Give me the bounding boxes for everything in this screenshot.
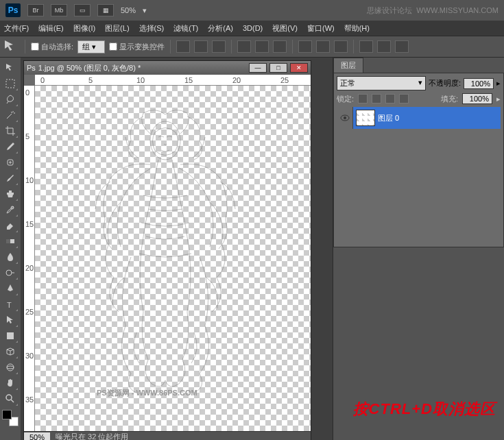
panels-area: 图层 正常▾ 不透明度: 100% ▸ 锁定: 填充: 100% ▸ <box>333 58 504 440</box>
history-brush-tool[interactable] <box>2 202 19 217</box>
lock-pixels-icon[interactable] <box>372 94 381 103</box>
healing-brush-tool[interactable] <box>2 155 19 170</box>
zoom-dropdown-icon[interactable]: ▾ <box>143 6 147 15</box>
menu-select[interactable]: 选择(S) <box>139 23 165 34</box>
hand-tool[interactable] <box>2 376 19 391</box>
svg-rect-0 <box>6 80 14 88</box>
document-window: Ps 1.jpg @ 50% (图层 0, 灰色/8) * — □ ✕ 0 5 … <box>23 60 311 440</box>
watermark-text: 思缘设计论坛 WWW.MISSYUAN.COM <box>367 5 499 16</box>
menu-file[interactable]: 文件(F) <box>4 23 29 34</box>
canvas[interactable]: PS资源网 - WWW.86PS.COM <box>35 86 311 431</box>
vertical-ruler[interactable]: 0 5 10 15 20 25 30 35 <box>24 86 35 431</box>
status-zoom[interactable]: 50% <box>24 432 50 441</box>
distribute-icon[interactable] <box>395 40 409 53</box>
eraser-tool[interactable] <box>2 218 19 233</box>
magic-wand-tool[interactable] <box>2 108 19 123</box>
svg-point-5 <box>6 270 12 276</box>
opacity-arrow-icon[interactable]: ▸ <box>496 79 501 88</box>
dodge-tool[interactable] <box>2 265 19 280</box>
auto-select-checkbox[interactable]: 自动选择: <box>31 42 73 52</box>
menu-view[interactable]: 视图(V) <box>272 23 298 34</box>
shape-tool[interactable] <box>2 328 19 343</box>
align-icon[interactable] <box>237 40 251 53</box>
bridge-button[interactable]: Br <box>27 4 44 16</box>
marquee-tool[interactable] <box>2 76 19 91</box>
menu-layer[interactable]: 图层(L) <box>105 23 129 34</box>
type-tool[interactable]: T <box>2 297 19 312</box>
auto-select-dropdown[interactable]: 组 ▾ <box>77 40 105 53</box>
status-bar: 50% 曝光只在 32 位起作用 <box>24 431 311 440</box>
crop-tool[interactable] <box>2 123 19 138</box>
app-titlebar: Ps Br Mb ▭ ▦ 50% ▾ 思缘设计论坛 WWW.MISSYUAN.C… <box>0 0 504 21</box>
layers-panel: 正常▾ 不透明度: 100% ▸ 锁定: 填充: 100% ▸ <box>333 73 504 247</box>
align-icon[interactable] <box>255 40 269 53</box>
layer-thumbnail[interactable] <box>356 110 375 126</box>
menu-3d[interactable]: 3D(D) <box>243 24 263 32</box>
layers-panel-tab[interactable]: 图层 <box>333 58 504 73</box>
gradient-tool[interactable] <box>2 234 19 249</box>
visibility-toggle[interactable] <box>337 107 353 129</box>
horizontal-ruler[interactable]: 0 5 10 15 20 25 <box>35 75 311 86</box>
distribute-icon[interactable] <box>359 40 373 53</box>
fill-input[interactable]: 100% <box>462 93 492 104</box>
brush-tool[interactable] <box>2 171 19 186</box>
zoom-level[interactable]: 50% <box>121 6 136 14</box>
zoom-tool[interactable] <box>2 391 19 406</box>
align-icon[interactable] <box>273 40 287 53</box>
lock-position-icon[interactable] <box>385 94 395 103</box>
canvas-area: Ps 1.jpg @ 50% (图层 0, 灰色/8) * — □ ✕ 0 5 … <box>21 58 333 440</box>
svg-point-11 <box>150 121 180 160</box>
lock-transparent-icon[interactable] <box>358 94 368 103</box>
fill-arrow-icon[interactable]: ▸ <box>496 95 501 103</box>
move-tool[interactable] <box>2 60 19 75</box>
svg-point-13 <box>344 117 346 119</box>
svg-point-9 <box>7 366 14 369</box>
extras-button[interactable]: ▦ <box>97 4 114 16</box>
layer-row[interactable]: 图层 0 <box>337 107 501 129</box>
screen-mode-button[interactable]: ▭ <box>74 4 91 16</box>
close-button[interactable]: ✕ <box>290 63 308 73</box>
distribute-icon[interactable] <box>334 40 348 53</box>
align-icon[interactable] <box>176 40 190 53</box>
layer-name[interactable]: 图层 0 <box>378 113 399 123</box>
menu-help[interactable]: 帮助(H) <box>344 23 370 34</box>
document-icon: Ps <box>27 64 36 72</box>
align-icon[interactable] <box>194 40 208 53</box>
menu-bar: 文件(F) 编辑(E) 图像(I) 图层(L) 选择(S) 滤镜(T) 分析(A… <box>0 21 504 36</box>
foreground-color[interactable] <box>2 410 12 419</box>
line-art-image <box>62 99 268 401</box>
lock-label: 锁定: <box>337 94 354 104</box>
3d-tool[interactable] <box>2 344 19 359</box>
document-titlebar[interactable]: Ps 1.jpg @ 50% (图层 0, 灰色/8) * — □ ✕ <box>24 61 311 75</box>
3d-camera-tool[interactable] <box>2 360 19 375</box>
lock-all-icon[interactable] <box>399 94 409 103</box>
blur-tool[interactable] <box>2 249 19 265</box>
distribute-icon[interactable] <box>316 40 330 53</box>
workspace: T Ps 1.jpg @ 50% (图层 0, 灰色/8) * — □ ✕ 0 … <box>0 58 504 440</box>
lasso-tool[interactable] <box>2 92 19 107</box>
menu-edit[interactable]: 编辑(E) <box>38 23 64 34</box>
path-select-tool[interactable] <box>2 313 19 328</box>
menu-image[interactable]: 图像(I) <box>73 23 95 34</box>
minibridge-button[interactable]: Mb <box>51 4 67 16</box>
blend-mode-dropdown[interactable]: 正常▾ <box>337 76 426 90</box>
pen-tool[interactable] <box>2 281 19 296</box>
show-transform-checkbox[interactable]: 显示变换控件 <box>109 42 165 52</box>
menu-window[interactable]: 窗口(W) <box>307 23 335 34</box>
svg-point-10 <box>6 395 12 400</box>
eyedropper-tool[interactable] <box>2 139 19 154</box>
distribute-icon[interactable] <box>298 40 312 53</box>
document-title: 1.jpg @ 50% (图层 0, 灰色/8) * <box>38 63 246 73</box>
align-icon[interactable] <box>212 40 226 53</box>
toolbox: T <box>0 58 21 440</box>
clone-stamp-tool[interactable] <box>2 186 19 201</box>
color-swatches[interactable] <box>2 410 19 426</box>
svg-rect-4 <box>6 239 10 243</box>
distribute-icon[interactable] <box>377 40 391 53</box>
menu-filter[interactable]: 滤镜(T) <box>173 23 198 34</box>
menu-analysis[interactable]: 分析(A) <box>208 23 233 34</box>
status-info: 曝光只在 32 位起作用 <box>56 432 128 440</box>
maximize-button[interactable]: □ <box>269 63 287 73</box>
minimize-button[interactable]: — <box>249 63 267 73</box>
opacity-input[interactable]: 100% <box>464 78 494 89</box>
